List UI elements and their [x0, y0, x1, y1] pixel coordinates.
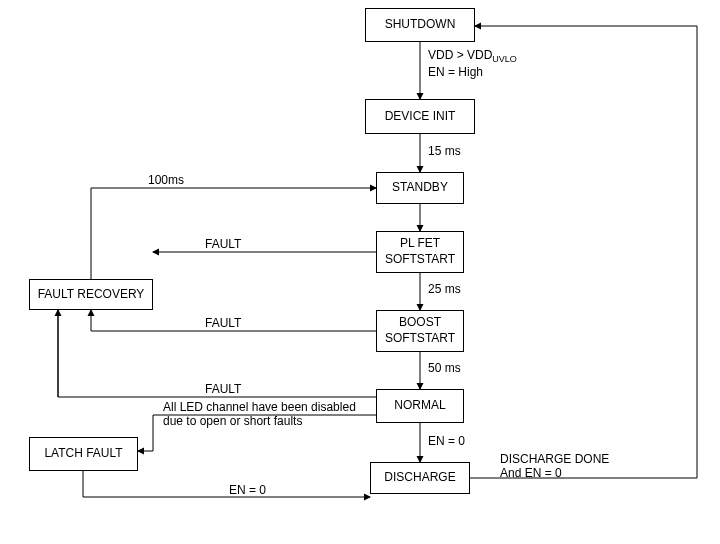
edge-text: EN = 0 — [428, 434, 465, 448]
state-shutdown: SHUTDOWN — [365, 8, 475, 42]
edge-text: FAULT — [205, 382, 241, 396]
edge-normal-latch: All LED channel have been disabled due t… — [163, 400, 356, 429]
state-label: PL FET SOFTSTART — [385, 236, 455, 267]
edge-text: 15 ms — [428, 144, 461, 158]
edge-text: DISCHARGE DONE — [500, 452, 609, 466]
edge-boost-normal: 50 ms — [428, 361, 461, 375]
edge-text: 50 ms — [428, 361, 461, 375]
state-label: DEVICE INIT — [385, 109, 456, 125]
state-plfet-softstart: PL FET SOFTSTART — [376, 231, 464, 273]
state-fault-recovery: FAULT RECOVERY — [29, 279, 153, 310]
edge-text: All LED channel have been disabled — [163, 400, 356, 414]
edge-text: 100ms — [148, 173, 184, 187]
state-label: SHUTDOWN — [385, 17, 456, 33]
state-diagram: SHUTDOWN DEVICE INIT STANDBY PL FET SOFT… — [0, 0, 720, 544]
edge-text: due to open or short faults — [163, 414, 302, 428]
state-latch-fault: LATCH FAULT — [29, 437, 138, 471]
state-label: DISCHARGE — [384, 470, 455, 486]
edge-sub: UVLO — [492, 54, 517, 64]
edge-discharge-shutdown: DISCHARGE DONE And EN = 0 — [500, 452, 609, 481]
edge-text: 25 ms — [428, 282, 461, 296]
state-device-init: DEVICE INIT — [365, 99, 475, 134]
edge-text: EN = 0 — [229, 483, 266, 497]
state-discharge: DISCHARGE — [370, 462, 470, 494]
state-standby: STANDBY — [376, 172, 464, 204]
edge-text: FAULT — [205, 237, 241, 251]
edge-text: VDD > VDD — [428, 48, 492, 62]
state-normal: NORMAL — [376, 389, 464, 423]
edge-normal-discharge: EN = 0 — [428, 434, 465, 448]
edge-latch-discharge: EN = 0 — [229, 483, 266, 497]
edge-text: FAULT — [205, 316, 241, 330]
state-label: FAULT RECOVERY — [38, 287, 145, 303]
state-boost-softstart: BOOST SOFTSTART — [376, 310, 464, 352]
edge-recovery-standby: 100ms — [148, 173, 184, 187]
edge-text: EN = High — [428, 65, 483, 79]
edge-shutdown-init: VDD > VDDUVLO EN = High — [428, 48, 517, 80]
edge-plfet-boost: 25 ms — [428, 282, 461, 296]
edge-text: And EN = 0 — [500, 466, 562, 480]
edge-init-standby: 15 ms — [428, 144, 461, 158]
state-label: NORMAL — [394, 398, 445, 414]
state-label: STANDBY — [392, 180, 448, 196]
edge-boost-fault: FAULT — [205, 316, 241, 330]
edge-normal-fault: FAULT — [205, 382, 241, 396]
state-label: LATCH FAULT — [44, 446, 122, 462]
edge-plfet-fault: FAULT — [205, 237, 241, 251]
state-label: BOOST SOFTSTART — [385, 315, 455, 346]
